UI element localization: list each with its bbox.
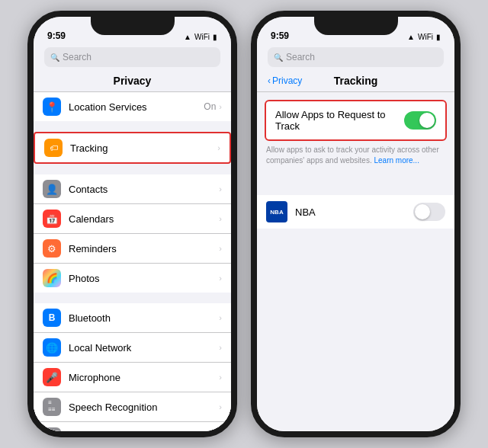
tracking-description: Allow apps to ask to track your activity… (257, 141, 454, 172)
nba-label: NBA (295, 206, 413, 218)
location-value: On (204, 101, 216, 112)
list-item-bluetooth[interactable]: B Bluetooth › (34, 303, 231, 333)
nav-bar-left: Privacy (34, 72, 231, 92)
learn-more-link[interactable]: Learn more... (374, 156, 419, 165)
allow-track-label: Allow Apps to Request to Track (275, 109, 404, 132)
list-item-contacts[interactable]: 👤 Contacts › (34, 174, 231, 204)
microphone-label: Microphone (69, 372, 219, 383)
location-section: 📍 Location Services On › (34, 92, 231, 121)
nba-toggle-knob (415, 204, 430, 219)
status-icons-right: ▲ WiFi ▮ (407, 33, 441, 41)
signal-icon: ▲ (184, 33, 191, 41)
speech-icon: ≡≡≡ (43, 398, 61, 416)
nba-item: NBA NBA (257, 195, 454, 229)
calendars-icon: 📅 (43, 210, 61, 228)
bluetooth-label: Bluetooth (69, 312, 219, 324)
permissions-section: B Bluetooth › 🌐 Local Network › 🎤 Microp… (34, 303, 231, 431)
battery-icon: ▮ (213, 33, 217, 41)
contacts-icon: 👤 (43, 180, 61, 198)
chevron-tracking: › (217, 143, 220, 152)
nba-toggle[interactable] (413, 203, 445, 221)
list-item-microphone[interactable]: 🎤 Microphone › (34, 363, 231, 392)
status-icons-left: ▲ WiFi ▮ (184, 33, 217, 41)
nav-bar-right: ‹ Privacy Tracking (257, 72, 454, 92)
list-item-location[interactable]: 📍 Location Services On › (34, 92, 231, 121)
search-icon-right: 🔍 (274, 53, 283, 62)
search-input-right[interactable]: 🔍 Search (268, 47, 444, 67)
list-item-photos[interactable]: 🌈 Photos › (34, 264, 231, 293)
toggle-knob (419, 113, 435, 128)
notch (91, 17, 175, 35)
contacts-section: 👤 Contacts › 📅 Calendars › ⚙ Reminders ›… (34, 174, 231, 293)
list-item-calendars[interactable]: 📅 Calendars › (34, 204, 231, 234)
tracking-section-left: 🏷 Tracking › (34, 132, 231, 164)
tracking-icon: 🏷 (44, 139, 63, 157)
screen-content-left: 📍 Location Services On › 🏷 Tracking › 👤 … (34, 92, 231, 431)
localnetwork-label: Local Network (69, 342, 219, 354)
camera-icon: 📷 (43, 427, 61, 431)
wifi-icon-right: WiFi (418, 33, 433, 41)
photos-label: Photos (69, 273, 219, 284)
time-left: 9:59 (47, 30, 66, 41)
screen-content-right: Allow Apps to Request to Track Allow app… (257, 92, 454, 431)
reminders-label: Reminders (69, 243, 219, 254)
nav-back-right[interactable]: ‹ Privacy (268, 75, 302, 86)
right-phone: 9:59 ▲ WiFi ▮ 🔍 Search ‹ Privacy Trackin… (251, 11, 461, 437)
chevron-bluetooth: › (219, 313, 222, 322)
speech-label: Speech Recognition (69, 402, 219, 413)
search-placeholder-right: Search (286, 52, 315, 62)
search-bar-left: 🔍 Search (34, 44, 231, 72)
photos-icon: 🌈 (43, 269, 61, 287)
search-placeholder: Search (63, 52, 92, 62)
list-item-reminders[interactable]: ⚙ Reminders › (34, 234, 231, 264)
allow-track-toggle[interactable] (404, 111, 436, 130)
contacts-label: Contacts (69, 184, 219, 195)
reminders-icon: ⚙ (43, 239, 61, 258)
list-item-localnetwork[interactable]: 🌐 Local Network › (34, 333, 231, 363)
nba-logo: NBA (266, 201, 287, 222)
list-item-speech[interactable]: ≡≡≡ Speech Recognition › (34, 392, 231, 422)
location-label: Location Services (69, 101, 204, 113)
nav-title-right: Tracking (334, 75, 378, 87)
camera-label: Camera (69, 431, 219, 432)
chevron-microphone: › (219, 373, 222, 382)
search-icon: 🔍 (50, 53, 59, 62)
list-item-camera[interactable]: 📷 Camera › (34, 422, 231, 431)
nba-section: NBA NBA (257, 195, 454, 229)
left-phone: 9:59 ▲ WiFi ▮ 🔍 Search Privacy 📍 Locatio… (27, 11, 237, 437)
chevron-reminders: › (219, 244, 222, 253)
signal-icon-right: ▲ (407, 33, 415, 41)
search-input-left[interactable]: 🔍 Search (44, 47, 220, 67)
allow-track-item: Allow Apps to Request to Track (265, 100, 447, 141)
back-chevron: ‹ (268, 75, 271, 86)
notch-right (314, 17, 398, 35)
bluetooth-icon: B (43, 309, 61, 327)
localnetwork-icon: 🌐 (43, 338, 61, 357)
chevron-speech: › (219, 402, 222, 411)
chevron-calendars: › (219, 214, 222, 223)
search-bar-right: 🔍 Search (257, 44, 454, 72)
microphone-icon: 🎤 (43, 368, 61, 386)
time-right: 9:59 (271, 30, 289, 41)
calendars-label: Calendars (69, 213, 219, 225)
location-icon: 📍 (43, 98, 61, 116)
list-item-tracking[interactable]: 🏷 Tracking › (34, 132, 231, 164)
back-label: Privacy (272, 75, 302, 86)
chevron-contacts: › (219, 184, 222, 194)
tracking-label: Tracking (70, 142, 217, 154)
battery-icon-right: ▮ (436, 33, 441, 41)
chevron-location: › (219, 102, 222, 111)
chevron-localnetwork: › (219, 343, 222, 352)
chevron-photos: › (219, 274, 222, 283)
wifi-icon: WiFi (194, 33, 210, 41)
nav-title-left: Privacy (114, 75, 152, 87)
